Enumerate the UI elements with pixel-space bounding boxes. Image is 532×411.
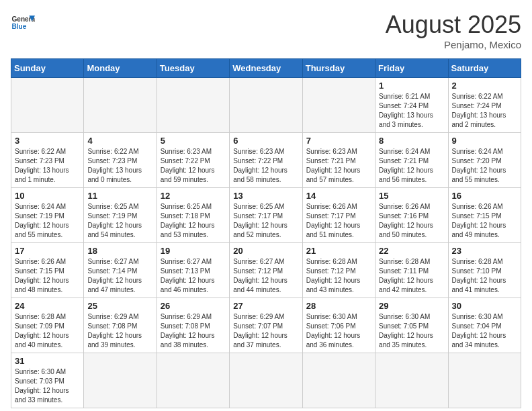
day-info: Sunrise: 6:26 AM Sunset: 7:16 PM Dayligh… <box>379 202 444 240</box>
day-number: 17 <box>15 246 80 256</box>
day-number: 6 <box>233 136 298 146</box>
day-number: 10 <box>15 191 80 201</box>
calendar-cell: 17Sunrise: 6:26 AM Sunset: 7:15 PM Dayli… <box>11 243 84 298</box>
day-info: Sunrise: 6:27 AM Sunset: 7:13 PM Dayligh… <box>161 257 226 295</box>
calendar-cell <box>230 353 302 408</box>
day-number: 25 <box>87 301 152 311</box>
day-number: 27 <box>233 301 298 311</box>
day-number: 31 <box>15 356 80 366</box>
calendar-cell: 7Sunrise: 6:23 AM Sunset: 7:21 PM Daylig… <box>302 133 375 188</box>
day-info: Sunrise: 6:28 AM Sunset: 7:10 PM Dayligh… <box>452 257 517 295</box>
day-number: 20 <box>233 246 298 256</box>
day-number: 24 <box>15 301 80 311</box>
day-info: Sunrise: 6:30 AM Sunset: 7:04 PM Dayligh… <box>452 312 517 350</box>
day-number: 26 <box>161 301 226 311</box>
calendar-cell <box>375 353 448 408</box>
day-info: Sunrise: 6:28 AM Sunset: 7:09 PM Dayligh… <box>15 312 80 350</box>
day-number: 18 <box>87 246 152 256</box>
day-info: Sunrise: 6:25 AM Sunset: 7:18 PM Dayligh… <box>161 202 226 240</box>
day-number: 29 <box>379 301 444 311</box>
day-info: Sunrise: 6:24 AM Sunset: 7:21 PM Dayligh… <box>379 147 444 185</box>
calendar-cell: 24Sunrise: 6:28 AM Sunset: 7:09 PM Dayli… <box>11 298 84 353</box>
day-info: Sunrise: 6:22 AM Sunset: 7:24 PM Dayligh… <box>452 92 517 130</box>
day-number: 19 <box>161 246 226 256</box>
calendar-cell: 9Sunrise: 6:24 AM Sunset: 7:20 PM Daylig… <box>448 133 521 188</box>
day-info: Sunrise: 6:30 AM Sunset: 7:05 PM Dayligh… <box>379 312 444 350</box>
calendar-cell: 11Sunrise: 6:25 AM Sunset: 7:19 PM Dayli… <box>84 188 157 243</box>
day-of-week-header: Sunday <box>11 59 84 78</box>
day-number: 3 <box>15 136 80 146</box>
day-of-week-header: Thursday <box>302 59 375 78</box>
calendar-cell: 15Sunrise: 6:26 AM Sunset: 7:16 PM Dayli… <box>375 188 448 243</box>
day-number: 23 <box>452 246 517 256</box>
day-info: Sunrise: 6:22 AM Sunset: 7:23 PM Dayligh… <box>15 147 80 185</box>
day-of-week-header: Monday <box>84 59 157 78</box>
day-of-week-header: Saturday <box>448 59 521 78</box>
calendar-cell <box>157 353 229 408</box>
calendar-cell: 3Sunrise: 6:22 AM Sunset: 7:23 PM Daylig… <box>11 133 84 188</box>
day-number: 22 <box>379 246 444 256</box>
calendar-cell: 31Sunrise: 6:30 AM Sunset: 7:03 PM Dayli… <box>11 353 84 408</box>
calendar-cell: 4Sunrise: 6:22 AM Sunset: 7:23 PM Daylig… <box>84 133 157 188</box>
day-info: Sunrise: 6:29 AM Sunset: 7:08 PM Dayligh… <box>161 312 226 350</box>
day-info: Sunrise: 6:22 AM Sunset: 7:23 PM Dayligh… <box>87 147 152 185</box>
location-subtitle: Penjamo, Mexico <box>386 39 521 50</box>
calendar-cell: 21Sunrise: 6:28 AM Sunset: 7:12 PM Dayli… <box>302 243 375 298</box>
day-number: 21 <box>306 246 371 256</box>
day-info: Sunrise: 6:30 AM Sunset: 7:03 PM Dayligh… <box>15 367 80 405</box>
month-year-title: August 2025 <box>386 11 521 39</box>
calendar-cell: 29Sunrise: 6:30 AM Sunset: 7:05 PM Dayli… <box>375 298 448 353</box>
day-info: Sunrise: 6:24 AM Sunset: 7:19 PM Dayligh… <box>15 202 80 240</box>
calendar-cell: 10Sunrise: 6:24 AM Sunset: 7:19 PM Dayli… <box>11 188 84 243</box>
day-number: 30 <box>452 301 517 311</box>
day-number: 2 <box>452 81 517 91</box>
day-number: 8 <box>379 136 444 146</box>
day-number: 12 <box>161 191 226 201</box>
calendar-cell <box>84 78 157 133</box>
day-info: Sunrise: 6:26 AM Sunset: 7:17 PM Dayligh… <box>306 202 371 240</box>
day-number: 16 <box>452 191 517 201</box>
calendar-cell <box>157 78 229 133</box>
day-info: Sunrise: 6:28 AM Sunset: 7:11 PM Dayligh… <box>379 257 444 295</box>
day-info: Sunrise: 6:26 AM Sunset: 7:15 PM Dayligh… <box>452 202 517 240</box>
calendar-cell: 28Sunrise: 6:30 AM Sunset: 7:06 PM Dayli… <box>302 298 375 353</box>
day-info: Sunrise: 6:25 AM Sunset: 7:19 PM Dayligh… <box>87 202 152 240</box>
calendar-cell: 5Sunrise: 6:23 AM Sunset: 7:22 PM Daylig… <box>157 133 229 188</box>
calendar-cell <box>11 78 84 133</box>
day-info: Sunrise: 6:30 AM Sunset: 7:06 PM Dayligh… <box>306 312 371 350</box>
calendar-cell: 8Sunrise: 6:24 AM Sunset: 7:21 PM Daylig… <box>375 133 448 188</box>
calendar-cell: 6Sunrise: 6:23 AM Sunset: 7:22 PM Daylig… <box>230 133 302 188</box>
header: General Blue August 2025 Penjamo, Mexico <box>11 11 521 50</box>
day-of-week-header: Wednesday <box>230 59 302 78</box>
day-info: Sunrise: 6:21 AM Sunset: 7:24 PM Dayligh… <box>379 92 444 130</box>
day-info: Sunrise: 6:29 AM Sunset: 7:08 PM Dayligh… <box>87 312 152 350</box>
calendar-cell: 20Sunrise: 6:27 AM Sunset: 7:12 PM Dayli… <box>230 243 302 298</box>
day-number: 28 <box>306 301 371 311</box>
day-number: 14 <box>306 191 371 201</box>
calendar-cell <box>84 353 157 408</box>
calendar-cell: 16Sunrise: 6:26 AM Sunset: 7:15 PM Dayli… <box>448 188 521 243</box>
calendar-cell: 27Sunrise: 6:29 AM Sunset: 7:07 PM Dayli… <box>230 298 302 353</box>
day-number: 9 <box>452 136 517 146</box>
logo: General Blue <box>11 11 35 35</box>
calendar-cell: 25Sunrise: 6:29 AM Sunset: 7:08 PM Dayli… <box>84 298 157 353</box>
calendar-cell: 22Sunrise: 6:28 AM Sunset: 7:11 PM Dayli… <box>375 243 448 298</box>
calendar-cell: 12Sunrise: 6:25 AM Sunset: 7:18 PM Dayli… <box>157 188 229 243</box>
calendar-cell: 23Sunrise: 6:28 AM Sunset: 7:10 PM Dayli… <box>448 243 521 298</box>
day-number: 13 <box>233 191 298 201</box>
day-info: Sunrise: 6:29 AM Sunset: 7:07 PM Dayligh… <box>233 312 298 350</box>
calendar-cell: 13Sunrise: 6:25 AM Sunset: 7:17 PM Dayli… <box>230 188 302 243</box>
calendar-cell: 2Sunrise: 6:22 AM Sunset: 7:24 PM Daylig… <box>448 78 521 133</box>
day-info: Sunrise: 6:27 AM Sunset: 7:14 PM Dayligh… <box>87 257 152 295</box>
day-number: 1 <box>379 81 444 91</box>
calendar-table: SundayMondayTuesdayWednesdayThursdayFrid… <box>11 58 521 408</box>
day-info: Sunrise: 6:26 AM Sunset: 7:15 PM Dayligh… <box>15 257 80 295</box>
day-number: 4 <box>87 136 152 146</box>
day-info: Sunrise: 6:28 AM Sunset: 7:12 PM Dayligh… <box>306 257 371 295</box>
day-info: Sunrise: 6:25 AM Sunset: 7:17 PM Dayligh… <box>233 202 298 240</box>
title-area: August 2025 Penjamo, Mexico <box>386 11 521 50</box>
calendar-cell <box>302 353 375 408</box>
day-info: Sunrise: 6:23 AM Sunset: 7:21 PM Dayligh… <box>306 147 371 185</box>
day-info: Sunrise: 6:23 AM Sunset: 7:22 PM Dayligh… <box>233 147 298 185</box>
day-number: 5 <box>161 136 226 146</box>
